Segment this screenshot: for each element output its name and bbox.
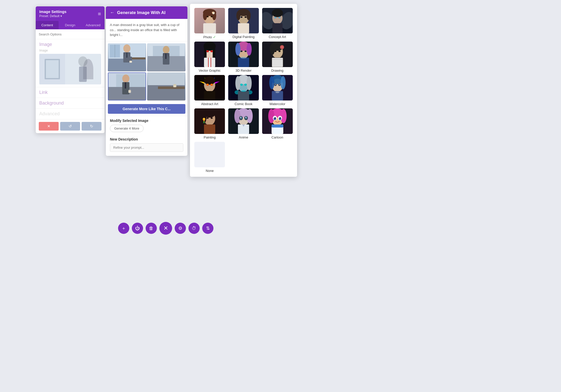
style-digital-label: Digital Painting <box>233 35 255 39</box>
advanced-title: Advanced <box>39 111 101 117</box>
cancel-button[interactable]: ✕ <box>39 122 59 131</box>
image-settings-panel: Image Settings Preset: Default ▾ ⊞ Conte… <box>36 6 105 133</box>
svg-rect-6 <box>79 67 87 82</box>
svg-rect-80 <box>213 46 215 59</box>
style-item-abstract[interactable]: Abstract Art <box>194 75 225 106</box>
watercolor-portrait-svg <box>262 75 293 100</box>
svg-point-104 <box>278 50 280 52</box>
timer-button[interactable]: ⏱ <box>188 223 200 234</box>
style-comic-img <box>228 75 259 100</box>
svg-rect-95 <box>238 58 249 67</box>
svg-rect-39 <box>148 72 185 85</box>
background-section: Background <box>36 98 105 108</box>
style-item-photo[interactable]: Photo ✓ <box>194 8 225 39</box>
svg-rect-85 <box>204 58 215 67</box>
tab-advanced[interactable]: Advanced <box>82 21 105 29</box>
style-item-comic[interactable]: Comic Book <box>228 75 259 106</box>
style-item-vector[interactable]: Vector Graphic <box>194 42 225 72</box>
generated-image-3[interactable] <box>108 72 146 100</box>
svg-point-129 <box>244 84 247 86</box>
panel-settings-icon[interactable]: ⊞ <box>98 12 101 16</box>
svg-point-103 <box>274 50 276 52</box>
abstract-portrait-svg <box>194 75 225 100</box>
style-concept-img <box>262 8 293 33</box>
svg-point-173 <box>280 109 287 123</box>
painting-portrait-svg <box>194 108 225 134</box>
image-preview <box>39 54 101 84</box>
gen-img-1-svg <box>108 43 146 71</box>
new-description-title: New Description <box>110 137 183 141</box>
preview-svg <box>39 54 101 84</box>
style-3drender-img <box>228 42 259 67</box>
new-description-input[interactable] <box>110 143 183 152</box>
panel-preset[interactable]: Preset: Default ▾ <box>39 14 67 18</box>
style-drawing-label: Drawing <box>271 69 284 72</box>
link-title: Link <box>39 90 101 95</box>
generated-image-2[interactable] <box>147 43 185 71</box>
digital-portrait-svg <box>228 8 259 33</box>
generated-image-1[interactable] <box>108 43 146 71</box>
style-item-concept[interactable]: Concept Art <box>262 8 293 39</box>
svg-rect-132 <box>238 91 249 100</box>
photo-portrait-svg <box>194 8 225 33</box>
back-arrow-icon[interactable]: ← <box>110 10 114 15</box>
undo-button[interactable]: ↺ <box>60 122 80 131</box>
generate-more-button[interactable]: Generate More Like This C... <box>108 104 185 114</box>
style-watercolor-img <box>262 75 293 100</box>
generate-4-more-button[interactable]: Generate 4 More <box>110 125 144 132</box>
svg-point-181 <box>279 118 280 118</box>
search-input[interactable] <box>39 32 101 36</box>
svg-point-126 <box>235 76 240 90</box>
redo-button[interactable]: ↻ <box>82 122 101 131</box>
svg-point-144 <box>275 92 279 93</box>
svg-point-53 <box>211 16 213 17</box>
gen-img-4-svg <box>147 72 185 100</box>
adjust-button[interactable]: ⇅ <box>202 223 213 234</box>
svg-point-127 <box>247 76 252 90</box>
power-button[interactable]: ⏻ <box>132 223 143 234</box>
svg-rect-4 <box>46 60 59 78</box>
style-item-anime[interactable]: Anime <box>228 108 259 139</box>
add-button[interactable]: ＋ <box>118 223 129 234</box>
svg-point-52 <box>207 16 209 17</box>
style-item-drawing[interactable]: Drawing <box>262 42 293 72</box>
svg-point-37 <box>129 90 131 91</box>
svg-point-72 <box>272 9 283 17</box>
svg-point-154 <box>211 117 213 119</box>
drawing-portrait-svg <box>262 42 293 67</box>
close-button[interactable]: ✕ <box>159 222 172 235</box>
svg-rect-41 <box>158 86 185 89</box>
gen-img-2-svg <box>147 43 185 71</box>
style-item-none[interactable]: None <box>194 142 225 173</box>
svg-rect-183 <box>272 124 283 128</box>
style-photo-label: Photo <box>203 35 212 39</box>
svg-point-33 <box>122 74 130 83</box>
svg-point-66 <box>240 17 241 18</box>
svg-rect-105 <box>272 58 283 67</box>
settings-button[interactable]: ⚙ <box>175 223 186 234</box>
svg-point-94 <box>245 50 247 52</box>
style-item-digital[interactable]: Digital Painting <box>228 8 259 39</box>
generate-title: Generate Image With AI <box>117 10 165 15</box>
delete-button[interactable]: 🗑 <box>146 223 157 234</box>
style-item-cartoon[interactable]: Cartoon <box>262 108 293 139</box>
svg-point-96 <box>240 57 247 59</box>
style-comic-label: Comic Book <box>235 102 252 106</box>
tab-content[interactable]: Content <box>36 21 59 29</box>
svg-point-138 <box>280 76 286 89</box>
3drender-portrait-svg <box>228 42 259 67</box>
svg-point-48 <box>203 11 207 20</box>
anime-portrait-svg <box>228 108 259 134</box>
photo-check-icon: ✓ <box>213 35 216 39</box>
tab-design[interactable]: Design <box>59 21 82 29</box>
generated-image-4[interactable] <box>147 72 185 100</box>
style-vector-img <box>194 42 225 67</box>
style-item-3drender[interactable]: 3D Render <box>228 42 259 72</box>
svg-rect-35 <box>125 82 126 88</box>
generate-header: ← Generate Image With AI <box>106 6 187 19</box>
style-item-painting[interactable]: Painting <box>194 108 225 139</box>
advanced-section: Advanced <box>36 108 105 119</box>
style-item-watercolor[interactable]: Watercolor <box>262 75 293 106</box>
svg-point-180 <box>274 118 275 118</box>
vector-portrait-svg <box>194 42 225 67</box>
